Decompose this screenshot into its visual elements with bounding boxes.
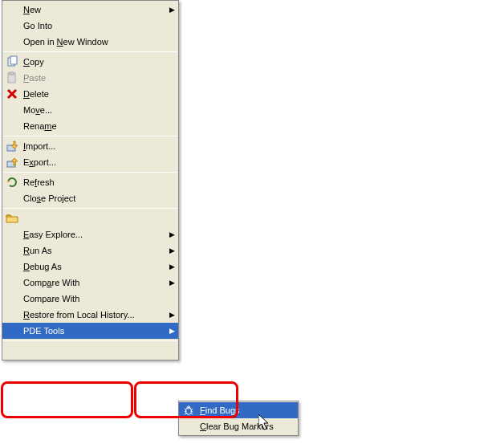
svg-line-13 bbox=[185, 413, 187, 415]
menu-item-delete[interactable]: Delete bbox=[2, 86, 178, 102]
menu-item-properties[interactable] bbox=[2, 343, 178, 359]
submenu-item-find-bugs[interactable]: Find Bugs bbox=[179, 402, 298, 418]
menu-item-close-project[interactable]: Close Project bbox=[2, 190, 178, 206]
menu-item-export[interactable]: Export... bbox=[2, 154, 178, 170]
submenu-arrow-icon: ▶ bbox=[167, 6, 175, 14]
menu-item-label: Debug As bbox=[23, 262, 167, 271]
menu-item-find-bugs[interactable]: PDE Tools ▶ bbox=[2, 323, 178, 339]
svg-rect-3 bbox=[10, 72, 14, 75]
blank-icon bbox=[4, 227, 20, 242]
menu-separator bbox=[3, 172, 177, 173]
blank-icon bbox=[4, 324, 20, 338]
paste-icon bbox=[4, 71, 20, 85]
menu-item-label: New bbox=[23, 5, 167, 14]
folder-icon bbox=[4, 211, 20, 226]
menu-separator bbox=[3, 340, 177, 341]
blank-icon bbox=[4, 103, 20, 117]
submenu-arrow-icon: ▶ bbox=[167, 279, 175, 287]
menu-item-refresh[interactable]: Refresh bbox=[2, 174, 178, 190]
blank-icon bbox=[4, 259, 20, 274]
menu-separator bbox=[3, 136, 177, 136]
blank-icon bbox=[4, 2, 20, 17]
blank-icon bbox=[4, 291, 20, 306]
copy-icon bbox=[4, 55, 20, 69]
menu-item-label: PDE Tools bbox=[23, 326, 167, 336]
menu-item-label: Easy Explore... bbox=[23, 230, 167, 239]
svg-rect-1 bbox=[10, 56, 17, 64]
blank-icon bbox=[4, 191, 20, 206]
export-icon bbox=[4, 155, 20, 169]
submenu-arrow-icon: ▶ bbox=[167, 230, 175, 238]
submenu-arrow-icon: ▶ bbox=[167, 263, 175, 271]
blank-icon bbox=[4, 344, 20, 358]
menu-item-label: Paste bbox=[23, 73, 175, 83]
menu-item-debug-as[interactable]: Run As ▶ bbox=[2, 242, 178, 259]
menu-item-go-into[interactable]: Go Into bbox=[2, 18, 178, 34]
refresh-icon bbox=[4, 175, 20, 189]
submenu-item-label: Find Bugs bbox=[200, 405, 295, 415]
menu-item-paste: Paste bbox=[2, 70, 178, 86]
submenu-item-clear-bug-markers[interactable]: Clear Bug Markers bbox=[179, 418, 298, 434]
submenu-arrow-icon: ▶ bbox=[167, 327, 175, 335]
menu-item-label: Refresh bbox=[23, 177, 175, 187]
menu-item-label: Open in New Window bbox=[23, 37, 175, 47]
menu-item-compare-with[interactable]: Compare With ▶ bbox=[2, 275, 178, 291]
menu-item-open-new-window[interactable]: Open in New Window bbox=[2, 34, 178, 50]
svg-line-14 bbox=[191, 413, 193, 415]
bug-icon bbox=[181, 403, 197, 417]
menu-item-label: Compare With bbox=[23, 294, 175, 303]
blank-icon bbox=[181, 419, 197, 434]
menu-item-label: Go Into bbox=[23, 21, 175, 31]
menu-item-restore-local-history[interactable]: Compare With bbox=[2, 291, 178, 307]
context-menu: New ▶ Go Into Open in New Window Copy Pa… bbox=[2, 0, 179, 360]
menu-item-easy-explore[interactable] bbox=[2, 210, 178, 226]
menu-item-run-as[interactable]: Easy Explore... ▶ bbox=[2, 226, 178, 242]
blank-icon bbox=[4, 119, 20, 133]
menu-item-label: Import... bbox=[23, 141, 175, 151]
submenu-arrow-icon: ▶ bbox=[167, 311, 175, 319]
menu-item-label: Compare With bbox=[23, 278, 167, 287]
menu-item-label: Close Project bbox=[23, 193, 175, 203]
blank-icon bbox=[4, 275, 20, 290]
menu-item-label: Delete bbox=[23, 89, 175, 99]
blank-icon bbox=[4, 35, 20, 49]
menu-item-new[interactable]: New ▶ bbox=[2, 2, 178, 18]
blank-icon bbox=[4, 243, 20, 258]
menu-separator bbox=[3, 208, 177, 209]
submenu-arrow-icon: ▶ bbox=[167, 246, 175, 255]
menu-item-label: Move... bbox=[23, 105, 175, 115]
menu-item-team[interactable]: Debug As ▶ bbox=[2, 259, 178, 275]
menu-item-label: Run As bbox=[23, 246, 167, 255]
import-icon bbox=[4, 139, 20, 153]
submenu-item-label: Clear Bug Markers bbox=[200, 422, 295, 431]
menu-item-pde-tools[interactable]: Restore from Local History... ▶ bbox=[2, 307, 178, 323]
menu-item-copy[interactable]: Copy bbox=[2, 54, 178, 70]
menu-item-label: Copy bbox=[23, 57, 175, 67]
delete-icon bbox=[4, 87, 20, 101]
blank-icon bbox=[4, 307, 20, 322]
menu-item-move[interactable]: Move... bbox=[2, 102, 178, 118]
menu-item-label: Restore from Local History... bbox=[23, 310, 167, 320]
blank-icon bbox=[4, 18, 20, 33]
find-bugs-submenu: Find Bugs Clear Bug Markers bbox=[178, 401, 299, 436]
menu-item-import[interactable]: Import... bbox=[2, 138, 178, 154]
annotation-highlight bbox=[1, 381, 133, 418]
menu-separator bbox=[3, 51, 177, 52]
menu-item-rename[interactable]: Rename bbox=[2, 118, 178, 134]
menu-item-label: Rename bbox=[23, 121, 175, 131]
menu-item-label: Export... bbox=[23, 157, 175, 167]
